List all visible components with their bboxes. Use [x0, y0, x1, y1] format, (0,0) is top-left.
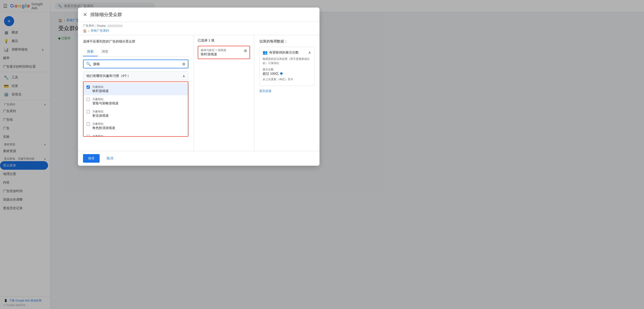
- modal: ✕ 排除细分受众群 广告系列：Display 🏠 › 所有广告系列: [78, 8, 319, 166]
- modal-header: ✕ 排除细分受众群: [78, 8, 319, 22]
- audience-item-4[interactable]: 兴趣相似 角色扮演游戏迷: [84, 120, 188, 132]
- modal-search-input[interactable]: [93, 62, 180, 66]
- stats-card: 👥 有望获得的展示次数 ∧ 根据您的定位和设置（而不是预算或出价）计算得出 展示…: [259, 47, 314, 86]
- audience-item-3[interactable]: 兴趣相似 射击游戏迷: [84, 108, 188, 120]
- audience-item-text-1: 兴趣相似 铁杆游戏迷: [92, 85, 109, 93]
- selected-item-text-1: 媒体与娱乐 > 游戏迷 铁杆游戏迷: [201, 48, 226, 57]
- audience-checkbox-1[interactable]: [87, 85, 90, 89]
- modal-selected-panel: 已选择 1 项 媒体与娱乐 > 游戏迷 铁杆游戏迷 ⊗: [194, 35, 254, 151]
- modal-home-icon: 🏠: [83, 29, 87, 33]
- audience-list: 兴趣相似 铁杆游戏迷 兴趣相似 冒险与策略游戏迷: [83, 81, 188, 137]
- modal-title: 排除细分受众群: [90, 12, 122, 18]
- stats-card-title: 👥 有望获得的展示次数: [263, 50, 299, 55]
- audience-item-1[interactable]: 兴趣相似 铁杆游戏迷: [84, 83, 188, 95]
- modal-search-clear-icon[interactable]: ⊗: [182, 62, 185, 66]
- stats-impressions-row: 展示次数 超过 100亿 ◆: [263, 68, 311, 76]
- modal-overlay: ✕ 排除细分受众群 广告系列：Display 🏠 › 所有广告系列: [50, 0, 644, 309]
- stats-update-row: 从上次更新（40亿）至今: [263, 77, 311, 81]
- modal-breadcrumb-separator: ›: [88, 29, 89, 33]
- audience-checkbox-5[interactable]: [87, 135, 90, 137]
- modal-breadcrumb: 🏠 › 所有广告系列: [83, 29, 314, 33]
- modal-breadcrumb-campaigns[interactable]: 所有广告系列: [91, 29, 109, 33]
- audience-item-text-2: 兴趣相似 冒险与策略游戏迷: [92, 97, 118, 106]
- stats-impressions-value: 超过 100亿 ◆: [263, 71, 311, 76]
- tab-search[interactable]: 搜索: [83, 47, 98, 56]
- modal-close-icon[interactable]: ✕: [83, 12, 87, 18]
- modal-instruction: 选择不应看到您的广告的细分受众群: [83, 39, 188, 44]
- modal-left-panel: 选择不应看到您的广告的细分受众群 搜索 浏览 🔍 ⊗ 他们有哪些兴趣和: [78, 35, 194, 151]
- selected-header: 已选择 1 项: [198, 38, 250, 43]
- selected-remove-icon-1[interactable]: ⊗: [244, 48, 247, 53]
- stats-card-collapse[interactable]: ∧: [308, 50, 311, 55]
- modal-campaign-info: 广告系列：Display 🏠 › 所有广告系列: [78, 22, 319, 35]
- audience-checkbox-4[interactable]: [87, 122, 90, 126]
- modal-tabs: 搜索 浏览: [83, 47, 188, 57]
- cancel-button[interactable]: 取消: [103, 154, 117, 163]
- audience-item-text-3: 兴趣相似 射击游戏迷: [92, 110, 109, 118]
- category-header[interactable]: 他们有哪些兴趣和习惯（9个） ∧: [83, 71, 188, 80]
- category-label: 他们有哪些兴趣和习惯（9个）: [86, 74, 131, 78]
- selected-item-1: 媒体与娱乐 > 游戏迷 铁杆游戏迷 ⊗: [198, 46, 250, 59]
- audience-item-text-4: 兴趣相似 角色扮演游戏迷: [92, 122, 115, 130]
- modal-stats-panel: 估算的每周数据： 👥 有望获得的展示次数 ∧ 根据您的定位和设置（而不是预算或出…: [254, 35, 319, 151]
- stats-impressions-icon: 👥: [263, 50, 268, 55]
- audience-checkbox-2[interactable]: [87, 98, 90, 101]
- feedback-link[interactable]: 留言反馈: [259, 89, 314, 93]
- audience-item-text-5: 兴趣相似 休闲游戏与社交游戏迷: [92, 134, 125, 137]
- audience-item-5[interactable]: 兴趣相似 休闲游戏与社交游戏迷: [84, 132, 188, 137]
- stats-card-header: 👥 有望获得的展示次数 ∧: [263, 50, 311, 55]
- category-collapse-icon: ∧: [183, 74, 185, 78]
- modal-search-box: 🔍 ⊗: [83, 60, 188, 68]
- audience-item-2[interactable]: 兴趣相似 冒险与策略游戏迷: [84, 95, 188, 108]
- modal-footer: 保存 取消: [78, 151, 319, 166]
- save-button[interactable]: 保存: [83, 154, 100, 163]
- campaign-name-placeholder: [107, 25, 123, 27]
- modal-body: 选择不应看到您的广告的细分受众群 搜索 浏览 🔍 ⊗ 他们有哪些兴趣和: [78, 35, 319, 151]
- modal-campaign-label: 广告系列：Display: [83, 24, 314, 28]
- modal-search-icon: 🔍: [86, 62, 91, 66]
- stats-title: 估算的每周数据：: [259, 39, 314, 44]
- tab-browse[interactable]: 浏览: [98, 47, 112, 56]
- stats-note: 根据您的定位和设置（而不是预算或出价）计算得出: [263, 57, 311, 65]
- main-content: 🔍 🏠 › 所有广告系列 受众群体 已暂停 ✕ 排除细分受众群: [50, 0, 644, 309]
- audience-checkbox-3[interactable]: [87, 110, 90, 113]
